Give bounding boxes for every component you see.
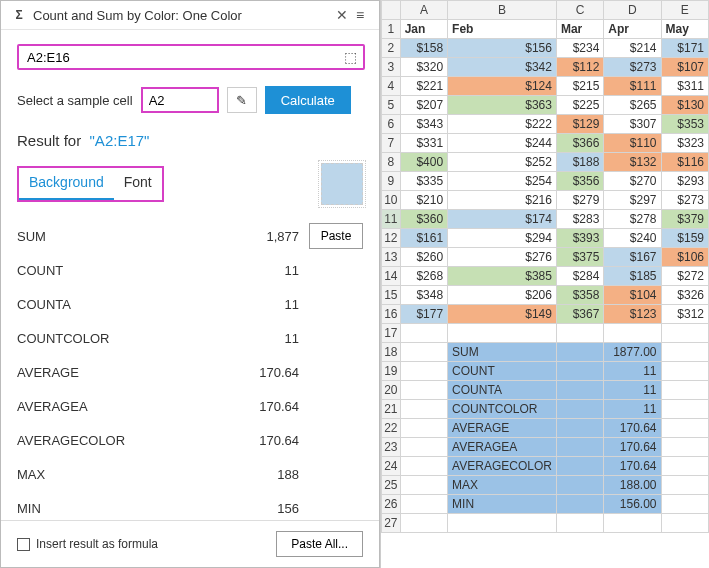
- data-cell[interactable]: $234: [556, 39, 603, 58]
- range-selector-icon[interactable]: ⬚: [337, 44, 363, 70]
- data-cell[interactable]: $156: [448, 39, 557, 58]
- summary-label[interactable]: AVERAGE: [448, 419, 557, 438]
- col-header[interactable]: D: [604, 1, 661, 20]
- summary-label[interactable]: MIN: [448, 495, 557, 514]
- data-cell[interactable]: $240: [604, 229, 661, 248]
- data-cell[interactable]: $276: [448, 248, 557, 267]
- row-header[interactable]: 26: [382, 495, 401, 514]
- data-cell[interactable]: $158: [400, 39, 447, 58]
- data-cell[interactable]: $167: [604, 248, 661, 267]
- data-cell[interactable]: $335: [400, 172, 447, 191]
- row-header[interactable]: 14: [382, 267, 401, 286]
- row-header[interactable]: 6: [382, 115, 401, 134]
- row-header[interactable]: 12: [382, 229, 401, 248]
- color-swatch[interactable]: [321, 163, 363, 205]
- data-cell[interactable]: $244: [448, 134, 557, 153]
- summary-value[interactable]: 188.00: [604, 476, 661, 495]
- header-cell[interactable]: Mar: [556, 20, 603, 39]
- summary-value[interactable]: 11: [604, 381, 661, 400]
- data-cell[interactable]: $312: [661, 305, 708, 324]
- data-cell[interactable]: $385: [448, 267, 557, 286]
- data-cell[interactable]: $112: [556, 58, 603, 77]
- data-cell[interactable]: $177: [400, 305, 447, 324]
- menu-icon[interactable]: ≡: [351, 7, 369, 23]
- data-cell[interactable]: $379: [661, 210, 708, 229]
- data-cell[interactable]: $273: [661, 191, 708, 210]
- row-header[interactable]: 23: [382, 438, 401, 457]
- summary-label[interactable]: AVERAGEA: [448, 438, 557, 457]
- row-header[interactable]: 25: [382, 476, 401, 495]
- data-cell[interactable]: $293: [661, 172, 708, 191]
- row-header[interactable]: 9: [382, 172, 401, 191]
- row-header[interactable]: 20: [382, 381, 401, 400]
- data-cell[interactable]: $252: [448, 153, 557, 172]
- summary-value[interactable]: 156.00: [604, 495, 661, 514]
- row-header[interactable]: 13: [382, 248, 401, 267]
- data-cell[interactable]: $342: [448, 58, 557, 77]
- row-header[interactable]: 5: [382, 96, 401, 115]
- data-cell[interactable]: $174: [448, 210, 557, 229]
- row-header[interactable]: 18: [382, 343, 401, 362]
- data-cell[interactable]: $222: [448, 115, 557, 134]
- summary-label[interactable]: MAX: [448, 476, 557, 495]
- data-cell[interactable]: $348: [400, 286, 447, 305]
- data-cell[interactable]: $161: [400, 229, 447, 248]
- data-cell[interactable]: $111: [604, 77, 661, 96]
- col-header[interactable]: B: [448, 1, 557, 20]
- summary-cell[interactable]: [556, 400, 603, 419]
- data-cell[interactable]: $356: [556, 172, 603, 191]
- data-cell[interactable]: $400: [400, 153, 447, 172]
- row-header[interactable]: 1: [382, 20, 401, 39]
- row-header[interactable]: 11: [382, 210, 401, 229]
- data-cell[interactable]: $188: [556, 153, 603, 172]
- data-cell[interactable]: $215: [556, 77, 603, 96]
- data-cell[interactable]: $375: [556, 248, 603, 267]
- data-cell[interactable]: $185: [604, 267, 661, 286]
- row-header[interactable]: 24: [382, 457, 401, 476]
- data-cell[interactable]: $353: [661, 115, 708, 134]
- summary-value[interactable]: 11: [604, 400, 661, 419]
- sample-input[interactable]: [141, 87, 219, 113]
- data-cell[interactable]: $360: [400, 210, 447, 229]
- summary-label[interactable]: AVERAGECOLOR: [448, 457, 557, 476]
- row-header[interactable]: 15: [382, 286, 401, 305]
- data-cell[interactable]: $104: [604, 286, 661, 305]
- row-header[interactable]: 8: [382, 153, 401, 172]
- paste-button[interactable]: Paste: [309, 223, 363, 249]
- tab-background[interactable]: Background: [19, 168, 114, 200]
- data-cell[interactable]: $207: [400, 96, 447, 115]
- row-header[interactable]: 16: [382, 305, 401, 324]
- data-cell[interactable]: $107: [661, 58, 708, 77]
- row-header[interactable]: 2: [382, 39, 401, 58]
- summary-label[interactable]: COUNTA: [448, 381, 557, 400]
- header-cell[interactable]: Jan: [400, 20, 447, 39]
- data-cell[interactable]: $272: [661, 267, 708, 286]
- header-cell[interactable]: Feb: [448, 20, 557, 39]
- data-cell[interactable]: $159: [661, 229, 708, 248]
- data-cell[interactable]: $284: [556, 267, 603, 286]
- data-cell[interactable]: $214: [604, 39, 661, 58]
- data-cell[interactable]: $273: [604, 58, 661, 77]
- data-cell[interactable]: $268: [400, 267, 447, 286]
- row-header[interactable]: 4: [382, 77, 401, 96]
- row-header[interactable]: 22: [382, 419, 401, 438]
- data-cell[interactable]: $260: [400, 248, 447, 267]
- data-cell[interactable]: $279: [556, 191, 603, 210]
- data-cell[interactable]: $363: [448, 96, 557, 115]
- data-cell[interactable]: $297: [604, 191, 661, 210]
- summary-label[interactable]: SUM: [448, 343, 557, 362]
- data-cell[interactable]: $171: [661, 39, 708, 58]
- col-header[interactable]: A: [400, 1, 447, 20]
- tab-font[interactable]: Font: [114, 168, 162, 200]
- paste-all-button[interactable]: Paste All...: [276, 531, 363, 557]
- data-cell[interactable]: $123: [604, 305, 661, 324]
- summary-cell[interactable]: [556, 438, 603, 457]
- data-cell[interactable]: $132: [604, 153, 661, 172]
- row-header[interactable]: 21: [382, 400, 401, 419]
- data-cell[interactable]: $106: [661, 248, 708, 267]
- data-cell[interactable]: $116: [661, 153, 708, 172]
- header-cell[interactable]: Apr: [604, 20, 661, 39]
- row-header[interactable]: 10: [382, 191, 401, 210]
- data-cell[interactable]: $149: [448, 305, 557, 324]
- data-cell[interactable]: $206: [448, 286, 557, 305]
